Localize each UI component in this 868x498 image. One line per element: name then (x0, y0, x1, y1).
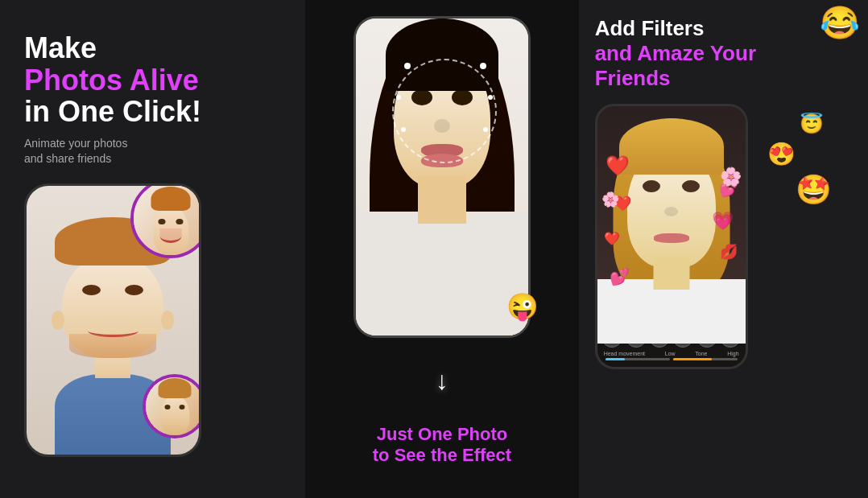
cta-line2: to See the Effect (373, 445, 511, 466)
landmark-dot-4 (488, 95, 493, 100)
slider-row (601, 356, 742, 362)
right-header: Add Filters and Amaze Your Friends (595, 16, 852, 92)
landmark-dot-6 (483, 127, 488, 132)
left-phone (24, 183, 201, 457)
right-phone: ❤️ 💕 ❤️ 💗 ❤️ 💋 💕 🌸 🌸 😐 😊 🎭 👤 🤡 (595, 104, 748, 369)
star-face-emoji: 🤩 (796, 173, 832, 207)
center-panel: 😜 ↓ Just One Photo to See the Effect (305, 0, 578, 498)
friends-text: Friends (595, 66, 852, 91)
face-outline-circle (392, 59, 497, 163)
cta-line1: Just One Photo (373, 424, 511, 445)
landmark-dot-5 (401, 127, 406, 132)
down-arrow-icon: ↓ (436, 366, 448, 396)
label-high: High (727, 351, 738, 356)
down-arrow-wrap: ↓ (436, 366, 448, 396)
label-low: Low (665, 351, 676, 356)
slider-track-2[interactable] (673, 358, 738, 360)
hero-text: Make Photos Alive in One Click! Animate … (24, 32, 281, 167)
face-circle-bottom (143, 374, 199, 438)
landmark-dot-2 (480, 63, 486, 69)
center-phone-wrap: 😜 (353, 16, 531, 338)
landmark-dot-3 (396, 95, 401, 100)
slider-track-1[interactable] (606, 358, 670, 360)
hero-line3: in One Click! (24, 96, 281, 128)
left-phone-screen (27, 186, 199, 455)
hero-subtitle: Animate your photos and share friends (24, 136, 281, 167)
hearts-eyes-emoji: 😍 (767, 141, 796, 167)
neck (653, 257, 689, 290)
face-circle-top (130, 186, 199, 258)
filter-labels-row: Head movement Low Tone High (601, 351, 742, 356)
add-filters-text: Add Filters (595, 16, 852, 41)
landmark-dot-1 (404, 63, 411, 69)
label-head-movement: Head movement (604, 351, 645, 356)
center-phone (353, 16, 531, 338)
hero-line1: Make (24, 32, 281, 64)
and-amaze-text: and Amaze Your (595, 41, 852, 66)
center-phone-screen (356, 19, 528, 335)
right-phone-screen: ❤️ 💕 ❤️ 💗 ❤️ 💋 💕 🌸 🌸 😐 😊 🎭 👤 🤡 (597, 106, 746, 367)
label-tone: Tone (695, 351, 707, 356)
slider-fill-2 (673, 358, 712, 360)
laugh-emoji: 😂 (820, 4, 860, 42)
angel-emoji: 😇 (800, 113, 824, 135)
right-panel: 😂 Add Filters and Amaze Your Friends 😇 😍… (579, 0, 868, 498)
blonde-hair-front (619, 118, 724, 175)
wink-emoji: 😜 (506, 291, 539, 322)
left-panel: Make Photos Alive in One Click! Animate … (0, 0, 305, 498)
hero-line2: Photos Alive (24, 64, 281, 97)
slider-fill-1 (606, 358, 625, 360)
center-cta: Just One Photo to See the Effect (373, 424, 511, 474)
